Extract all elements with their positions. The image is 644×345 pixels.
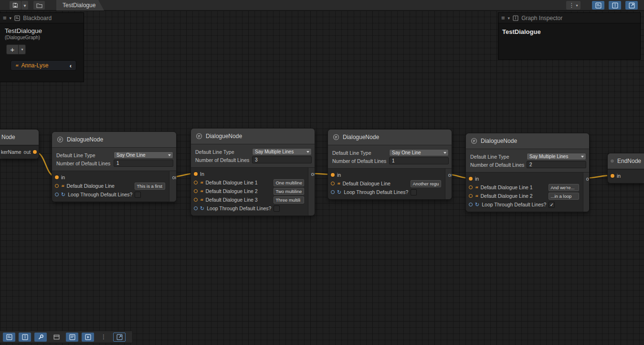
blackboard-header[interactable]: ≡ ▾ Blackboard — [0, 13, 84, 23]
add-property-button[interactable]: + — [6, 44, 19, 54]
in-port[interactable] — [469, 177, 473, 181]
quote-icon: “ — [15, 65, 19, 68]
blackboard-property-row[interactable]: “ Anna-Lyse ‹ — [11, 60, 76, 71]
top-toolbar: ▾ TestDialogue ⋮ ▾ — [0, 0, 644, 11]
tools-button[interactable] — [34, 333, 47, 342]
loop-port[interactable] — [469, 203, 473, 206]
dialogue-line-field[interactable]: Two multiline — [274, 188, 304, 195]
dialogue-line-port[interactable] — [55, 184, 59, 188]
dialogue-line-port[interactable] — [194, 198, 198, 202]
loop-port[interactable] — [55, 193, 59, 196]
blackboard-toggle-button[interactable] — [592, 1, 604, 10]
in-port[interactable] — [331, 173, 335, 177]
line-type-dropdown[interactable]: Say One Line — [114, 151, 173, 159]
window-icon — [53, 334, 60, 340]
dialogue-line-port[interactable] — [194, 189, 198, 193]
line-type-dropdown[interactable]: Say Multiple Lines — [252, 148, 312, 155]
speaker-name-label: kerName — [1, 149, 21, 155]
node-title-bar[interactable]: DialogueNode — [191, 129, 315, 144]
panel-title: Blackboard — [23, 15, 52, 22]
dialogue-line-port[interactable] — [469, 194, 473, 198]
num-lines-field[interactable]: 1 — [389, 157, 449, 164]
inspector-graph-title: TestDialogue — [502, 28, 636, 35]
loop-port[interactable] — [331, 190, 335, 194]
save-button[interactable] — [10, 1, 21, 10]
add-property-dropdown[interactable]: ▾ — [19, 44, 26, 54]
node-title: Node — [1, 134, 15, 140]
overflow-menu-button[interactable]: ⋮ — [97, 333, 110, 342]
collapse-arrow-icon[interactable]: ▾ — [508, 16, 510, 21]
dialogue-line-label: Default Dialogue Line 1 — [481, 184, 547, 190]
node-title-bar[interactable]: DialogueNode — [52, 132, 176, 148]
preview-button[interactable] — [82, 333, 94, 342]
num-lines-label: Number of Default Lines — [470, 162, 527, 168]
in-port[interactable] — [194, 172, 198, 176]
dialogue-line-port[interactable] — [469, 185, 473, 189]
dialogue-node-1[interactable]: DialogueNode Default Line Type Say One L… — [52, 131, 177, 202]
node-title: DialogueNode — [481, 138, 517, 144]
hamburger-icon[interactable]: ≡ — [3, 14, 7, 22]
graph-inspector-header[interactable]: ≡ ▾ Graph Inspector — [498, 13, 640, 23]
loop-icon: ↻ — [200, 206, 204, 211]
num-lines-field[interactable]: 3 — [252, 156, 312, 163]
out-port-label: out — [586, 176, 589, 182]
in-port-label: in — [337, 172, 442, 178]
dialogue-line-field[interactable]: ...in a loop — [549, 193, 579, 200]
chevron-left-icon[interactable]: ‹ — [70, 62, 72, 69]
in-port-label: in — [61, 174, 166, 180]
dialogue-line-port[interactable] — [194, 181, 198, 184]
blackboard-panel[interactable]: ≡ ▾ Blackboard TestDialogue (DialogueGra… — [0, 12, 84, 82]
dialogue-line-field[interactable]: One multiline — [274, 179, 304, 186]
dialogue-line-port[interactable] — [331, 182, 335, 185]
graph-inspector-panel[interactable]: ≡ ▾ Graph Inspector TestDialogue — [498, 12, 641, 60]
dialogue-line-label: Default Dialogue Line 2 — [481, 193, 547, 199]
dialogue-line-field[interactable]: This is a first — [135, 183, 165, 190]
num-lines-field[interactable]: 1 — [114, 160, 173, 167]
board-button[interactable] — [66, 333, 78, 342]
dialogue-node-3[interactable]: DialogueNode Default Line Type Say One L… — [327, 129, 452, 200]
out-port[interactable] — [33, 150, 37, 154]
inspector-toggle-button[interactable] — [19, 333, 31, 342]
line-type-dropdown[interactable]: Say One Line — [389, 149, 449, 156]
node-title-bar[interactable]: DialogueNode — [328, 129, 452, 145]
loop-checkbox[interactable] — [411, 189, 417, 195]
loop-checkbox[interactable]: ✓ — [549, 202, 555, 208]
num-lines-label: Number of Default Lines — [195, 157, 252, 163]
loop-checkbox[interactable] — [135, 192, 141, 198]
window-button[interactable] — [50, 333, 63, 342]
inspector-toggle-button[interactable] — [609, 1, 621, 10]
num-lines-field[interactable]: 2 — [527, 161, 586, 168]
collapse-arrow-icon[interactable]: ▾ — [10, 16, 12, 21]
property-name[interactable]: Anna-Lyse — [21, 62, 67, 69]
dialogue-node-icon — [471, 138, 477, 144]
blackboard-toggle-button[interactable] — [3, 333, 15, 342]
frame-arrow-icon — [629, 2, 635, 9]
open-folder-button[interactable] — [33, 1, 45, 10]
dialogue-line-field[interactable]: And we're... — [549, 184, 579, 191]
loop-checkbox[interactable] — [274, 205, 280, 212]
node-title-bar[interactable]: DialogueNode — [466, 133, 589, 149]
preview-toggle-button[interactable] — [625, 1, 638, 10]
end-node[interactable]: EndNode in — [607, 153, 644, 183]
frame-button[interactable] — [113, 333, 126, 342]
in-port[interactable] — [611, 174, 614, 178]
node-title-bar[interactable]: EndNode — [608, 153, 644, 169]
loop-port[interactable] — [194, 206, 198, 210]
dialogue-node-4[interactable]: DialogueNode Default Line Type Say Multi… — [465, 133, 590, 212]
node-title: DialogueNode — [67, 136, 103, 143]
partial-node[interactable]: Node kerName out — [0, 129, 39, 159]
graph-tab[interactable]: TestDialogue — [56, 0, 104, 11]
dialogue-line-field[interactable]: Another regu — [411, 180, 441, 187]
dialogue-node-2[interactable]: DialogueNode Default Line Type Say Multi… — [190, 128, 315, 216]
node-title-bar[interactable]: Node — [0, 129, 39, 145]
dialogue-line-field[interactable]: Three multili — [274, 196, 304, 204]
dialogue-node-icon — [333, 134, 339, 140]
overflow-menu-button[interactable]: ⋮ ▾ — [566, 1, 581, 10]
dialogue-line-label: Default Dialogue Line — [343, 181, 409, 186]
hamburger-icon[interactable]: ≡ — [501, 14, 505, 22]
num-lines-label: Number of Default Lines — [332, 158, 389, 164]
in-port[interactable] — [55, 175, 59, 179]
quote-icon: “ — [475, 196, 478, 199]
line-type-dropdown[interactable]: Say Multiple Lines — [527, 153, 586, 160]
save-options-dropdown[interactable]: ▾ — [21, 1, 28, 10]
